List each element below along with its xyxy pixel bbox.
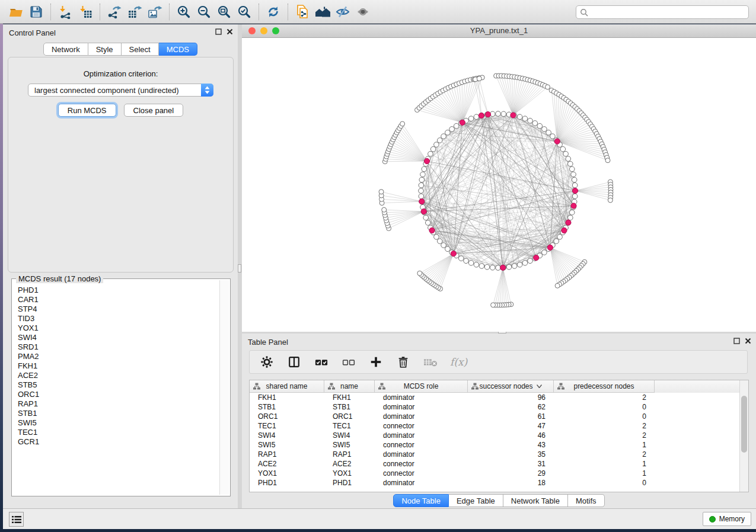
graph-node[interactable] [569,210,575,215]
graph-node[interactable] [542,127,547,132]
graph-node[interactable] [506,264,512,270]
mcds-result-item[interactable]: RAP1 [18,399,219,409]
graph-node-mcds[interactable] [566,220,571,225]
table-row[interactable]: YOX1YOX1connector291 [250,469,748,478]
graph-node[interactable] [550,134,556,139]
mcds-result-item[interactable]: TID3 [18,314,219,323]
graph-node[interactable] [560,146,566,152]
graph-node[interactable] [441,243,446,248]
table-row[interactable]: STB1STB1dominator620 [250,402,748,412]
import-network-icon[interactable] [55,2,75,21]
network-graph[interactable] [242,38,756,332]
graph-node[interactable] [569,166,575,172]
import-table-icon[interactable] [75,2,95,21]
graph-node-mcds[interactable] [534,255,539,260]
select-all-rows-icon[interactable] [314,354,329,370]
graph-node[interactable] [546,130,551,135]
graph-node[interactable] [400,121,405,126]
close-panel-icon[interactable] [227,28,233,35]
graph-node[interactable] [417,271,422,275]
graph-node-mcds[interactable] [562,227,567,233]
graph-node[interactable] [423,215,429,220]
graph-node[interactable] [420,172,426,177]
refresh-icon[interactable] [263,2,283,21]
table-row[interactable]: ORC1ORC1dominator610 [250,412,748,421]
mcds-result-item[interactable]: ORC1 [18,390,219,399]
table-scrollbar-thumb[interactable] [741,396,747,453]
graph-node-mcds[interactable] [424,158,429,164]
table-row[interactable]: ACE2ACE2connector311 [250,459,748,469]
graph-node[interactable] [445,246,451,252]
table-row[interactable]: SWI4SWI4dominator462 [250,431,748,440]
deselect-all-rows-icon[interactable] [341,354,356,370]
add-column-icon[interactable] [368,354,384,370]
splitter-grip[interactable] [238,264,241,273]
graph-node[interactable] [379,190,384,194]
column-header-MCDS-role[interactable]: MCDS role [375,380,468,393]
graph-node[interactable] [512,264,517,269]
graph-node[interactable] [434,142,439,148]
mcds-result-item[interactable]: STP4 [18,305,219,314]
export-table-icon[interactable] [125,2,145,21]
column-header-predecessor-nodes[interactable]: predecessor nodes [554,380,655,393]
tab-mcds[interactable]: MCDS [159,43,197,56]
mcds-result-item[interactable]: ACE2 [18,371,219,380]
task-history-button[interactable] [9,512,24,527]
memory-button[interactable]: Memory [703,512,751,526]
graph-node[interactable] [572,177,577,182]
mcds-result-item[interactable]: STB5 [18,380,219,390]
graph-node[interactable] [572,182,578,188]
graph-node-mcds[interactable] [500,265,506,270]
graph-node[interactable] [449,127,455,132]
table-settings-gear-icon[interactable] [259,354,275,370]
mcds-result-item[interactable]: SWI5 [18,418,219,428]
tab-edge-table[interactable]: Edge Table [449,494,503,507]
close-panel-icon[interactable] [745,338,751,344]
window-maximize-button[interactable] [272,27,279,34]
close-panel-button[interactable]: Close panel [124,104,184,117]
graph-node[interactable] [468,261,474,266]
graph-node[interactable] [445,130,451,135]
graph-node[interactable] [419,182,424,188]
graph-node[interactable] [434,235,439,240]
graph-node-mcds[interactable] [571,203,576,209]
graph-node[interactable] [528,258,533,264]
graph-node[interactable] [528,118,533,123]
graph-node[interactable] [501,111,506,117]
mcds-result-item[interactable]: STB1 [18,409,219,418]
tab-style[interactable]: Style [88,43,122,56]
graph-node[interactable] [608,198,613,203]
save-session-icon[interactable] [26,2,46,21]
graph-node[interactable] [477,76,481,81]
graph-node[interactable] [430,146,436,152]
graph-node[interactable] [464,258,469,264]
tab-node-table[interactable]: Node Table [393,494,449,507]
tab-motifs[interactable]: Motifs [568,494,605,507]
export-network-icon[interactable] [104,2,125,21]
graph-node[interactable] [428,151,433,156]
graph-node[interactable] [474,114,479,120]
graph-node[interactable] [563,151,569,156]
window-minimize-button[interactable] [260,27,267,34]
optimization-criterion-select[interactable]: largest connected component (undirected) [28,84,213,97]
graph-node[interactable] [517,114,522,120]
graph-node[interactable] [571,172,576,177]
graph-node[interactable] [566,156,571,162]
graph-node[interactable] [458,256,464,261]
zoom-fit-icon[interactable] [214,2,234,21]
graph-node[interactable] [419,188,424,194]
split-panel-icon[interactable] [286,354,302,370]
graph-node[interactable] [454,123,459,129]
graph-node[interactable] [496,265,501,271]
graph-node[interactable] [572,194,578,199]
table-row[interactable]: FKH1FKH1dominator962 [250,393,748,402]
graph-node-mcds[interactable] [554,139,560,144]
column-header-successor-nodes[interactable]: successor nodes [468,380,554,393]
network-titlebar[interactable]: YPA_prune.txt_1 [242,24,756,38]
graph-node[interactable] [537,123,543,129]
delete-column-icon[interactable] [395,354,411,370]
column-header-name[interactable]: name [324,380,375,393]
graph-node[interactable] [557,235,563,240]
open-file-icon[interactable] [6,2,26,21]
graph-node[interactable] [491,303,496,307]
